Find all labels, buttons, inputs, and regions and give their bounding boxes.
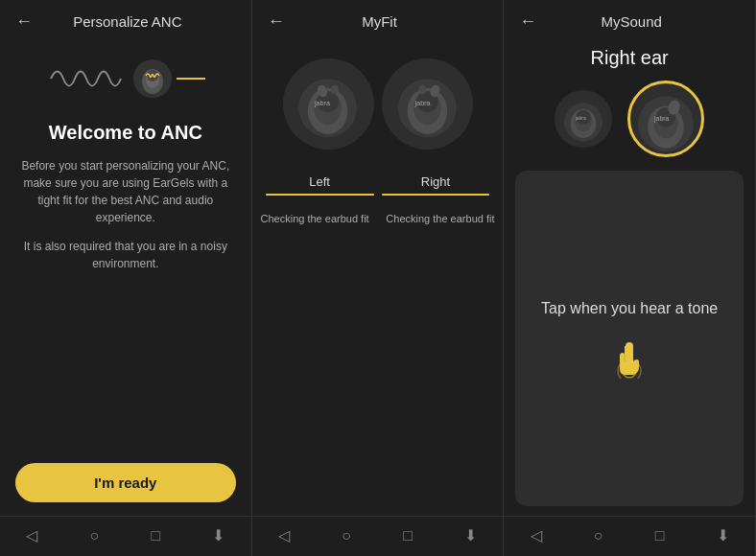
myfit-tabs: Left Right [252,159,504,199]
left-earbud-image: jabra [283,58,374,150]
dash-line [177,78,205,80]
myfit-status-area: Checking the earbud fit Checking the ear… [252,199,504,516]
panel1-footer: I'm ready [0,453,251,516]
svg-text:jabra: jabra [575,115,586,121]
panel-mysound: ← MySound Right ear jabra jabra [504,0,756,556]
mysound-earbuds-area: jabra jabra [504,81,755,171]
svg-text:jabra: jabra [414,99,431,107]
panel-personalize-anc: ← Personalize ANC Welcome to ANC Before … [0,0,252,556]
panel1-back-button[interactable]: ← [15,12,33,32]
mysound-left-earbud: jabra [555,90,612,148]
hand-tap-icon [610,336,649,379]
panel3-header: ← MySound [504,0,755,39]
right-earbud-image: jabra [382,58,473,150]
panel-myfit: ← MyFit jabra jabra [252,0,505,556]
nav-recents-icon[interactable]: □ [151,527,160,544]
tab-right-underline [382,194,490,196]
ear-label: Right ear [504,39,755,81]
panel1-header: ← Personalize ANC [0,0,251,39]
panel1-title: Personalize ANC [42,13,213,30]
anc-body2: It is also required that you are in a no… [19,238,232,272]
tap-tone-text: Tap when you hear a tone [541,298,718,319]
left-tab-content: Checking the earbud fit [252,199,378,516]
nav-back-icon[interactable]: ◁ [26,526,37,544]
panel2-title: MyFit [295,13,465,30]
mysound-left-earbud-svg: jabra [559,95,607,143]
ready-button[interactable]: I'm ready [15,463,236,502]
nav3-recents-icon[interactable]: □ [655,527,665,544]
tab-left[interactable]: Left [262,167,378,199]
panel2-back-button[interactable]: ← [268,12,285,32]
right-status-text: Checking the earbud fit [386,213,494,224]
tab-right-label: Right [421,174,450,189]
left-earbud-svg: jabra [292,68,365,141]
svg-text:jabra: jabra [653,115,669,123]
wave-icon [46,55,132,103]
nav2-recents-icon[interactable]: □ [403,527,413,544]
left-status-text: Checking the earbud fit [261,213,369,224]
tab-right[interactable]: Right [378,167,494,199]
panel1-content: Welcome to ANC Before you start personal… [0,39,251,453]
panel3-nav: ◁ ○ □ ⬇ [504,516,755,556]
nav2-down-icon[interactable]: ⬇ [464,526,477,544]
mysound-right-earbud-svg: jabra [633,86,698,151]
nav2-back-icon[interactable]: ◁ [278,526,290,544]
mysound-right-earbud: jabra [627,81,704,157]
panel3-back-button[interactable]: ← [519,12,536,32]
panel2-header: ← MyFit [252,0,504,39]
nav-down-icon[interactable]: ⬇ [212,526,224,544]
panel2-nav: ◁ ○ □ ⬇ [252,516,504,556]
nav3-down-icon[interactable]: ⬇ [717,526,729,544]
tap-tone-card[interactable]: Tap when you hear a tone [515,171,744,506]
nav3-back-icon[interactable]: ◁ [531,526,542,544]
panel1-nav: ◁ ○ □ ⬇ [0,516,251,556]
nav3-home-icon[interactable]: ○ [594,527,603,544]
panel3-title: MySound [546,13,717,30]
nav-home-icon[interactable]: ○ [89,527,99,544]
anc-body1: Before you start personalizing your ANC,… [19,157,232,226]
tab-left-label: Left [309,174,330,189]
anc-wave-area [19,55,232,103]
svg-text:jabra: jabra [314,99,330,107]
svg-point-3 [147,70,158,81]
nav2-home-icon[interactable]: ○ [342,527,351,544]
earbud-pulse-icon [132,58,173,99]
anc-heading: Welcome to ANC [49,122,202,144]
myfit-earbuds-area: jabra jabra [252,39,504,159]
right-earbud-svg: jabra [390,68,463,141]
right-tab-content: Checking the earbud fit [378,199,504,516]
tab-left-underline [266,194,374,196]
